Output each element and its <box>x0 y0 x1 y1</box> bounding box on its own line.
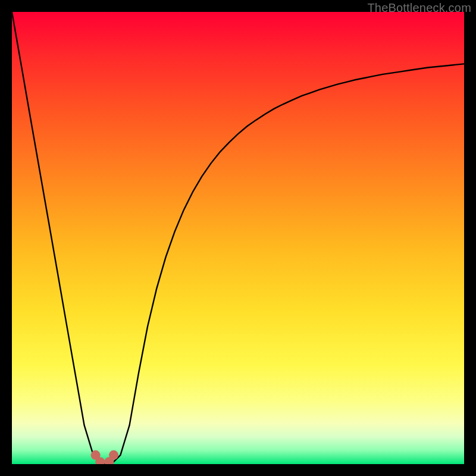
plot-area <box>12 12 464 464</box>
chart-frame: TheBottleneck.com <box>0 0 476 476</box>
watermark-text: TheBottleneck.com <box>367 1 471 15</box>
curve-layer <box>12 12 464 464</box>
bottleneck-curve <box>12 12 464 464</box>
